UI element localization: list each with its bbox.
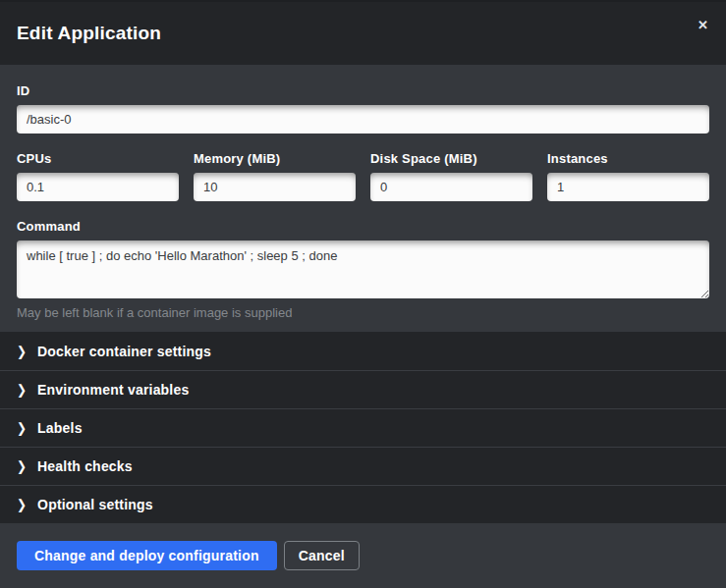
memory-field-group: Memory (MiB) — [194, 151, 356, 201]
cpus-input[interactable] — [17, 173, 179, 201]
disk-space-field-group: Disk Space (MiB) — [370, 151, 532, 201]
collapsible-sections: ❯ Docker container settings ❯ Environmen… — [0, 332, 726, 523]
section-environment-variables[interactable]: ❯ Environment variables — [0, 370, 726, 408]
edit-application-modal: Edit Application ✕ ID CPUs Memory (MiB) … — [0, 0, 726, 588]
command-textarea[interactable]: while [ true ] ; do echo 'Hello Marathon… — [17, 241, 709, 298]
close-icon: ✕ — [698, 18, 708, 32]
modal-header: Edit Application ✕ — [0, 0, 726, 65]
command-label: Command — [17, 219, 709, 234]
section-label: Health checks — [37, 458, 133, 474]
chevron-right-icon: ❯ — [17, 421, 27, 435]
section-label: Docker container settings — [37, 344, 211, 359]
modal-title: Edit Application — [17, 23, 161, 44]
cpus-field-group: CPUs — [17, 151, 179, 201]
id-field-group: ID — [17, 83, 709, 134]
command-field-group: Command while [ true ] ; do echo 'Hello … — [17, 219, 709, 320]
close-button[interactable]: ✕ — [692, 14, 714, 36]
disk-space-label: Disk Space (MiB) — [370, 151, 532, 166]
instances-input[interactable] — [547, 173, 709, 201]
id-input[interactable] — [17, 105, 709, 134]
section-health-checks[interactable]: ❯ Health checks — [0, 447, 726, 485]
cpus-label: CPUs — [17, 151, 179, 166]
section-optional-settings[interactable]: ❯ Optional settings — [0, 485, 726, 523]
modal-footer: Change and deploy configuration Cancel — [0, 523, 726, 588]
instances-field-group: Instances — [547, 151, 709, 201]
chevron-right-icon: ❯ — [17, 459, 27, 473]
section-docker-container-settings[interactable]: ❯ Docker container settings — [0, 332, 726, 370]
cancel-button[interactable]: Cancel — [284, 541, 360, 570]
application-form: ID CPUs Memory (MiB) Disk Space (MiB) In… — [0, 65, 726, 332]
section-labels[interactable]: ❯ Labels — [0, 408, 726, 447]
chevron-right-icon: ❯ — [17, 383, 27, 397]
disk-space-input[interactable] — [370, 173, 532, 201]
chevron-right-icon: ❯ — [17, 498, 27, 511]
id-label: ID — [17, 83, 709, 98]
change-and-deploy-button[interactable]: Change and deploy configuration — [17, 541, 277, 570]
chevron-right-icon: ❯ — [17, 345, 27, 358]
resources-field-row: CPUs Memory (MiB) Disk Space (MiB) Insta… — [17, 151, 709, 201]
memory-label: Memory (MiB) — [194, 151, 356, 166]
section-label: Optional settings — [37, 497, 153, 512]
section-label: Labels — [37, 420, 83, 436]
section-label: Environment variables — [37, 382, 189, 398]
instances-label: Instances — [547, 151, 709, 166]
command-help-text: May be left blank if a container image i… — [17, 305, 709, 320]
memory-input[interactable] — [194, 173, 356, 201]
